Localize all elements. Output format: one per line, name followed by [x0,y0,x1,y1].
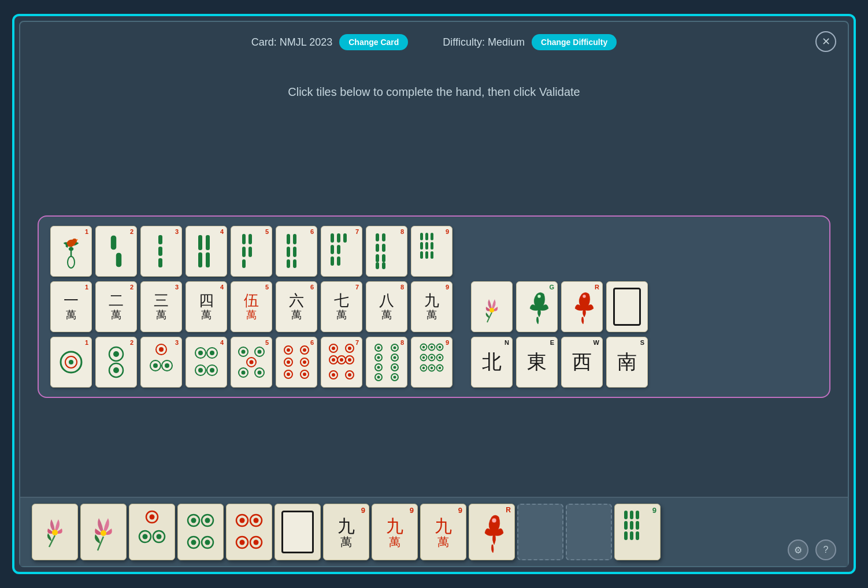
svg-point-80 [250,360,254,364]
rack-tile-5[interactable] [226,504,272,560]
svg-rect-32 [337,256,340,266]
tile-circle-2[interactable]: 2 [95,337,137,388]
svg-point-90 [287,360,290,364]
svg-point-58 [113,351,119,357]
tile-north-wind[interactable]: N 北 [471,337,513,388]
tile-bamboo-9[interactable]: 9 [411,226,452,277]
tile-west-wind[interactable]: W 西 [561,337,603,388]
change-difficulty-button[interactable]: Change Difficulty [532,34,617,50]
rack-tile-1[interactable] [32,504,78,560]
close-button[interactable]: ✕ [815,31,836,52]
tile-man-2[interactable]: 2 二 萬 [95,281,137,332]
tile-bamboo-1[interactable]: 1 [50,226,92,277]
svg-point-108 [332,373,335,377]
svg-rect-37 [376,262,379,269]
rack-tile-3[interactable] [129,504,175,560]
svg-point-96 [303,373,306,376]
svg-point-138 [439,356,441,358]
tile-man-4[interactable]: 4 四 萬 [186,281,227,332]
rack-empty-1[interactable] [517,504,563,560]
svg-point-98 [332,347,335,350]
svg-point-162 [240,518,245,523]
svg-rect-177 [636,521,639,530]
svg-rect-39 [382,244,385,252]
tile-flower[interactable] [471,281,513,332]
rack-tile-9[interactable]: 9 九 萬 [420,504,466,560]
svg-rect-22 [287,247,290,257]
svg-rect-11 [158,258,162,267]
tile-man-3[interactable]: 3 三 萬 [140,281,182,332]
svg-rect-46 [425,242,428,250]
svg-rect-26 [293,259,296,268]
tile-bamboo-8[interactable]: 8 [366,226,407,277]
svg-rect-178 [636,531,639,540]
svg-rect-41 [382,262,385,269]
svg-rect-38 [382,233,385,241]
svg-point-51 [489,308,494,312]
tile-circle-7[interactable]: 7 [321,337,362,388]
rack-empty-2[interactable] [566,504,612,560]
svg-rect-172 [624,531,628,540]
rack-tile-4[interactable] [177,504,224,560]
bottom-rack: 9 九 萬 9 九 萬 9 九 萬 [20,497,848,566]
tile-bamboo-2[interactable]: 2 [95,226,137,277]
tile-man-8[interactable]: 8 八 萬 [366,281,407,332]
svg-point-116 [377,356,380,359]
svg-rect-25 [293,247,296,257]
svg-point-122 [394,366,396,369]
rack-tile-7[interactable]: 9 九 萬 [323,504,369,560]
tile-man-6[interactable]: 6 六 萬 [276,281,317,332]
tile-circle-1[interactable]: 1 [50,337,92,388]
tile-bamboo-3[interactable]: 3 [140,226,182,277]
svg-point-128 [422,345,425,348]
svg-rect-9 [158,235,162,244]
tile-red-dragon[interactable]: R [561,281,603,332]
difficulty-label: Difficulty: Medium [443,36,525,49]
svg-point-124 [377,375,380,378]
tiles-area: 1 [20,116,848,497]
svg-point-102 [332,358,335,362]
tile-circle-5[interactable]: 5 [231,337,272,388]
svg-rect-12 [198,235,202,250]
tile-circle-8[interactable]: 8 [366,337,407,388]
rack-tile-6[interactable] [275,504,321,560]
rack-tile-10[interactable]: R [469,504,515,560]
svg-point-164 [254,518,259,523]
tile-man-1[interactable]: 1 一 萬 [50,281,92,332]
svg-rect-35 [376,244,379,252]
tile-blank[interactable] [606,281,648,332]
svg-rect-50 [431,251,433,259]
svg-point-130 [431,345,433,348]
tile-bamboo-5[interactable]: 5 [231,226,272,277]
svg-point-4 [72,239,77,243]
tile-bamboo-6[interactable]: 6 [276,226,317,277]
svg-rect-17 [242,247,246,257]
help-button[interactable]: ? [815,539,836,560]
tile-circle-3[interactable]: 3 [140,337,182,388]
tile-bamboo-4[interactable]: 4 [186,226,227,277]
rack-tile-11[interactable]: 9 [614,504,661,560]
svg-point-154 [191,518,196,523]
rack-tile-8[interactable]: 9 九 萬 [372,504,418,560]
tile-man-5[interactable]: 5 伍 萬 [231,281,272,332]
tile-circle-6[interactable]: 6 [276,337,317,388]
settings-button[interactable]: ⚙ [788,539,808,560]
bottom-controls: ⚙ ? [788,539,836,560]
tile-circle-9[interactable]: 9 [411,337,452,388]
tile-east-wind[interactable]: E 東 [516,337,558,388]
tile-man-7[interactable]: 7 七 萬 [321,281,362,332]
svg-rect-36 [376,254,379,262]
rack-tile-2[interactable] [80,504,127,560]
change-card-button[interactable]: Change Card [339,34,408,50]
tile-man-9[interactable]: 9 九 萬 [411,281,452,332]
svg-point-72 [198,368,203,373]
tile-green-dragon[interactable]: G [516,281,558,332]
svg-point-76 [242,349,246,353]
tile-bamboo-7[interactable]: 7 [321,226,362,277]
tile-circle-4[interactable]: 4 [186,337,227,388]
svg-rect-15 [206,252,210,267]
svg-point-52 [537,295,541,298]
tile-south-wind[interactable]: S 南 [606,337,648,388]
svg-rect-43 [420,242,423,250]
instruction-text: Click tiles below to complete the hand, … [20,62,848,116]
